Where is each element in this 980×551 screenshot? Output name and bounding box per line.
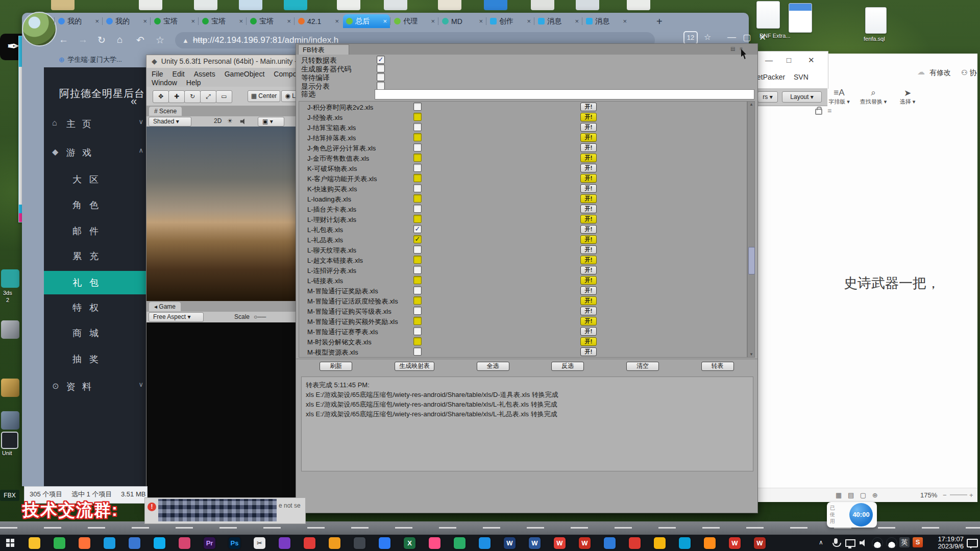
browser-tab[interactable]: 我的× — [103, 14, 150, 28]
open-button[interactable]: 开! — [580, 327, 597, 336]
home-icon[interactable]: ⌂ — [117, 34, 122, 45]
open-button[interactable]: 开! — [580, 337, 597, 346]
taskbar-app-premiere[interactable]: Pr — [204, 537, 215, 549]
row-checkbox[interactable] — [413, 286, 422, 294]
taskbar-app-browser-green[interactable] — [54, 537, 65, 549]
scroll-down-arrow[interactable]: ▼ — [749, 352, 754, 357]
invert-selection-button[interactable]: 反选 — [551, 362, 584, 371]
open-button[interactable]: 开! — [580, 347, 597, 356]
back-icon[interactable]: ← — [59, 34, 68, 45]
sync-status-label[interactable]: 有修改 — [929, 68, 951, 78]
open-button[interactable]: 开! — [580, 296, 597, 305]
sidebar-item[interactable]: 累 充 — [44, 244, 151, 268]
zoom-out-button[interactable]: − — [943, 491, 947, 499]
row-checkbox[interactable] — [413, 266, 422, 274]
open-button[interactable]: 开! — [580, 245, 597, 254]
row-checkbox[interactable] — [413, 327, 422, 335]
browser-tab[interactable]: 宝塔× — [199, 14, 246, 28]
volume-icon[interactable] — [860, 539, 869, 547]
open-button[interactable]: 开! — [580, 205, 597, 213]
row-checkbox[interactable] — [413, 143, 422, 152]
row-checkbox[interactable]: ✓ — [413, 225, 422, 233]
row-checkbox[interactable] — [413, 194, 422, 203]
menu-file[interactable]: File — [152, 70, 163, 78]
input-method-indicator[interactable]: 英 — [899, 537, 910, 547]
taskbar-app-camera-app[interactable] — [354, 537, 365, 549]
tab-close-icon[interactable]: × — [479, 17, 483, 25]
desktop-icon-cutoff[interactable] — [139, 0, 162, 10]
tool-align[interactable]: ≡A字排版 ▾ — [823, 88, 855, 106]
open-button[interactable]: 开! — [580, 286, 597, 295]
open-button[interactable]: 开! — [580, 225, 597, 234]
taskbar-app-grid-app[interactable] — [329, 537, 340, 549]
browser-tab[interactable]: 创作× — [487, 14, 534, 28]
open-button[interactable]: 开! — [580, 194, 597, 203]
row-checkbox[interactable] — [413, 215, 422, 223]
refresh-button[interactable]: 刷新 — [320, 362, 352, 371]
menu-assets[interactable]: Assets — [194, 70, 215, 78]
scene-viewport[interactable] — [146, 127, 296, 301]
sidebar-item[interactable]: 角 色 — [44, 193, 151, 217]
zoom-slider[interactable] — [950, 494, 967, 495]
taskbar-app-photos[interactable] — [179, 537, 190, 549]
tab-close-icon[interactable]: × — [623, 17, 627, 25]
collaborate-label[interactable]: ⚇ 协 — [961, 68, 976, 78]
tab-close-icon[interactable]: × — [575, 17, 579, 25]
row-checkbox[interactable] — [413, 337, 422, 345]
desktop-shortcut-dnf[interactable] — [756, 1, 780, 29]
layers-dropdown[interactable]: rs ▾ — [757, 91, 778, 103]
pivot-toggle-button[interactable]: ▦ Center — [248, 90, 280, 102]
notification-popup[interactable]: ! e not se — [144, 497, 306, 524]
menu-svn[interactable]: SVN — [794, 73, 808, 81]
tab-game[interactable]: ◂ Game — [149, 302, 181, 311]
menu-help[interactable]: Help — [186, 79, 201, 87]
lock-icon[interactable] — [815, 109, 822, 115]
open-button[interactable]: 开! — [580, 266, 597, 274]
desktop-shortcut-chest[interactable] — [1, 379, 19, 397]
tab-close-icon[interactable]: × — [383, 17, 387, 25]
taskbar-app-yellow-app[interactable] — [654, 537, 666, 549]
taskbar-app-meitu[interactable] — [429, 537, 440, 549]
tab-close-icon[interactable]: × — [239, 17, 243, 25]
browser-tab[interactable]: MD× — [439, 14, 486, 28]
zoom-in-button[interactable]: + — [969, 491, 973, 499]
tool-search[interactable]: ⌕查找替换 ▾ — [857, 88, 889, 106]
2d-toggle[interactable]: 2D — [214, 117, 222, 124]
scroll-up-arrow[interactable]: ▲ — [749, 102, 754, 107]
tab-scene[interactable]: # Scene — [149, 107, 182, 116]
row-checkbox[interactable] — [413, 113, 422, 121]
taskbar-app-qq[interactable] — [154, 537, 165, 549]
fb-title-bar[interactable]: FB转表 ▤ ≡ — [296, 44, 757, 55]
layout-dropdown[interactable]: Layout ▾ — [782, 91, 822, 103]
taskbar-app-red-w2[interactable]: W — [729, 537, 741, 549]
row-checkbox[interactable] — [413, 154, 422, 162]
tab-close-icon[interactable]: × — [95, 17, 99, 25]
audio-toggle-icon[interactable] — [240, 118, 248, 125]
open-button[interactable]: 开! — [580, 276, 597, 285]
desktop-shortcut-sword[interactable] — [1, 320, 19, 339]
row-checkbox[interactable] — [413, 184, 422, 192]
sidebar-item[interactable]: 邮 件 — [44, 219, 151, 243]
sidebar-item[interactable]: 商 城 — [44, 321, 151, 345]
desktop-shortcut-sql[interactable] — [865, 7, 887, 34]
sidebar-item[interactable]: 特 权 — [44, 296, 151, 319]
row-checkbox[interactable] — [413, 174, 422, 182]
generate-mapping-button[interactable]: 生成映射表 — [395, 362, 434, 371]
bookmark-star-icon[interactable]: ☆ — [156, 34, 164, 46]
taskbar-app-excel[interactable]: X — [404, 537, 415, 549]
browser-tab[interactable]: 消息× — [583, 14, 630, 28]
window-minimize-button[interactable]: — — [765, 56, 773, 64]
reload-icon[interactable]: ↻ — [97, 34, 106, 46]
menu-gameobject[interactable]: GameObject — [225, 70, 265, 78]
fb-option-checkbox[interactable] — [377, 73, 385, 81]
taskbar-app-wechat[interactable] — [454, 537, 465, 549]
open-button[interactable]: 开! — [580, 215, 597, 223]
open-button[interactable]: 开! — [580, 235, 597, 244]
browser-tab[interactable]: 42.1× — [295, 14, 342, 28]
new-tab-button[interactable]: + — [656, 16, 663, 28]
sidebar-collapse-chevron[interactable]: « — [131, 95, 137, 108]
open-button[interactable]: 开! — [580, 164, 597, 172]
row-checkbox[interactable] — [413, 164, 422, 172]
view-mode-icons[interactable]: ▦ ▤ ▢ ⊕ — [836, 491, 880, 499]
effects-dropdown[interactable]: ▣ ▾ — [258, 117, 284, 127]
